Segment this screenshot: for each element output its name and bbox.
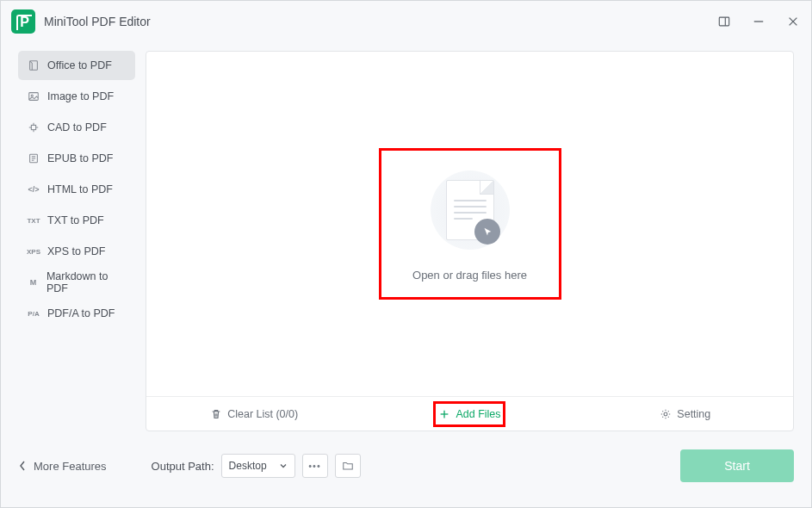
output-path-select[interactable]: Desktop bbox=[221, 454, 295, 478]
pdfa-icon: P/A bbox=[27, 307, 40, 319]
setting-button[interactable]: Setting bbox=[578, 397, 793, 431]
sidebar-item-xps-to-pdf[interactable]: XPS XPS to PDF bbox=[18, 237, 135, 266]
office-icon bbox=[27, 59, 40, 71]
chevron-left-icon bbox=[18, 460, 27, 472]
sidebar-item-label: XPS to PDF bbox=[47, 245, 105, 257]
sidebar-item-image-to-pdf[interactable]: Image to PDF bbox=[18, 82, 135, 111]
cursor-badge-icon bbox=[474, 219, 500, 245]
sidebar-item-label: Office to PDF bbox=[47, 59, 112, 71]
drop-highlight: Open or drag files here bbox=[379, 148, 561, 300]
cad-icon bbox=[27, 121, 40, 133]
html-icon: </> bbox=[27, 183, 40, 195]
sidebar-item-label: HTML to PDF bbox=[47, 183, 113, 195]
sidebar-item-markdown-to-pdf[interactable]: M Markdown to PDF bbox=[18, 268, 135, 297]
txt-icon: TXT bbox=[27, 214, 40, 226]
start-button[interactable]: Start bbox=[680, 449, 794, 482]
sidebar-item-label: PDF/A to PDF bbox=[47, 307, 115, 319]
close-button[interactable] bbox=[785, 14, 801, 29]
image-icon bbox=[27, 90, 40, 102]
start-label: Start bbox=[724, 459, 750, 473]
sidebar: Office to PDF Image to PDF CAD to PDF EP… bbox=[18, 51, 135, 431]
sidebar-item-cad-to-pdf[interactable]: CAD to PDF bbox=[18, 113, 135, 142]
add-files-button[interactable]: Add Files bbox=[362, 397, 577, 431]
browse-button[interactable]: ••• bbox=[302, 454, 328, 478]
xps-icon: XPS bbox=[27, 245, 40, 257]
svg-rect-8 bbox=[31, 125, 35, 129]
output-path-label: Output Path: bbox=[152, 460, 214, 473]
app-title: MiniTool PDF Editor bbox=[44, 15, 151, 28]
sidebar-item-txt-to-pdf[interactable]: TXT TXT to PDF bbox=[18, 206, 135, 235]
markdown-icon: M bbox=[27, 276, 40, 288]
gear-icon bbox=[660, 408, 672, 420]
app-logo-icon: P bbox=[11, 9, 35, 34]
more-features-label: More Features bbox=[34, 460, 107, 473]
epub-icon bbox=[27, 152, 40, 164]
sidebar-item-office-to-pdf[interactable]: Office to PDF bbox=[18, 51, 135, 80]
main-panel: Open or drag files here Clear List (0/0)… bbox=[146, 51, 794, 431]
minimize-button[interactable] bbox=[751, 14, 766, 29]
clear-list-label: Clear List (0/0) bbox=[227, 408, 298, 420]
chevron-down-icon bbox=[279, 462, 288, 470]
document-illustration-icon bbox=[427, 167, 513, 253]
svg-point-15 bbox=[664, 412, 667, 416]
drop-text: Open or drag files here bbox=[412, 269, 527, 282]
clear-list-button[interactable]: Clear List (0/0) bbox=[146, 397, 362, 431]
drop-area[interactable]: Open or drag files here bbox=[146, 52, 793, 396]
sidebar-item-pdfa-to-pdf[interactable]: P/A PDF/A to PDF bbox=[18, 299, 135, 328]
footer: More Features Output Path: Desktop ••• S… bbox=[1, 431, 811, 500]
sidebar-item-label: Image to PDF bbox=[47, 90, 114, 102]
sidebar-item-label: TXT to PDF bbox=[47, 214, 104, 226]
setting-label: Setting bbox=[677, 408, 710, 420]
sidebar-item-html-to-pdf[interactable]: </> HTML to PDF bbox=[18, 175, 135, 204]
trash-icon bbox=[210, 408, 222, 420]
sidebar-item-label: CAD to PDF bbox=[47, 121, 107, 133]
titlebar: P MiniTool PDF Editor bbox=[1, 1, 811, 42]
action-bar: Clear List (0/0) Add Files Setting bbox=[146, 396, 793, 431]
sidebar-item-label: Markdown to PDF bbox=[46, 270, 127, 294]
open-folder-button[interactable] bbox=[335, 454, 361, 478]
add-highlight bbox=[433, 401, 505, 427]
output-path-value: Desktop bbox=[229, 460, 267, 472]
sidebar-item-epub-to-pdf[interactable]: EPUB to PDF bbox=[18, 144, 135, 173]
ellipsis-icon: ••• bbox=[308, 461, 321, 471]
panel-toggle-icon[interactable] bbox=[716, 14, 732, 29]
svg-rect-0 bbox=[719, 17, 728, 26]
folder-icon bbox=[342, 460, 354, 472]
svg-point-7 bbox=[31, 95, 33, 96]
more-features-button[interactable]: More Features bbox=[18, 460, 107, 473]
sidebar-item-label: EPUB to PDF bbox=[47, 152, 113, 164]
